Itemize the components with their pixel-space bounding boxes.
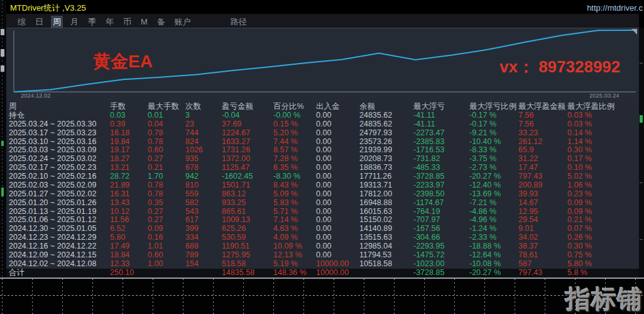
cell-max_float_profit: 9.01	[518, 225, 533, 233]
cell-max_float_loss_pct: -1.24 %	[469, 225, 496, 233]
cell-max_lots: 0.78	[148, 129, 163, 138]
menu-item-9[interactable]: 备	[155, 16, 167, 28]
underlying-chart-right-edge	[639, 28, 644, 278]
cell-pct: 4.63 %	[273, 225, 298, 233]
menu-item-2[interactable]: 日	[33, 16, 45, 28]
table-row: 2025.03.10 ~ 2025.03.1619.840.788241633.…	[6, 138, 639, 147]
cell-balance: 11794.53	[359, 251, 391, 260]
cell-max_float_loss_pct: -10.40 %	[469, 138, 501, 147]
cell-count: 744	[185, 129, 199, 138]
menu-item-4[interactable]: 月	[68, 16, 80, 28]
table-row: 2025.02.17 ~ 2025.02.2313.210.216781125.…	[6, 164, 639, 172]
cell-count: 3	[185, 111, 190, 120]
cell-max_float_profit: 78.61	[518, 251, 538, 260]
cell-balance: 17812.00	[359, 190, 392, 199]
cell-max_float_loss_pct: -7.21 %	[469, 199, 496, 208]
cell-max_float_profit_pct: 0.10 %	[567, 164, 592, 172]
menu-item-10[interactable]: 账户	[173, 16, 193, 28]
cell-max_float_loss_pct: -4.86 %	[469, 208, 496, 216]
cell-balance: 10518.58	[359, 260, 392, 269]
cell-pl: 1731.26	[222, 146, 250, 155]
cell-lots: 18.27	[110, 155, 129, 164]
cell-max_lots: 0.78	[148, 181, 163, 190]
cell-pl: 518.58	[222, 260, 246, 269]
cell-pct: 6.35 %	[273, 164, 298, 172]
cell-max_float_loss_pct: -18.88 %	[469, 242, 501, 251]
table-row: 2025.03.17 ~ 2025.03.2316.180.787441224.…	[6, 129, 639, 138]
menu-item-8[interactable]: M	[139, 16, 150, 27]
cell-period: 持仓	[9, 111, 25, 120]
cell-in_out: 0.00	[316, 216, 331, 225]
cell-balance: 16948.88	[359, 199, 392, 208]
cell-max_lots: 0.16	[148, 233, 163, 242]
cell-pl: 933.25	[222, 199, 246, 208]
cell-in_out: 0.00	[316, 181, 331, 190]
cell-lots: 6.52	[110, 225, 125, 233]
candle-mark-icon	[1, 141, 4, 146]
table-row-position: 持仓0.030.013-0.04-0.00 %0.0024835.62-41.1…	[6, 111, 639, 120]
cell-pct: 7.14 %	[273, 216, 298, 225]
menu-item-5[interactable]: 季	[86, 16, 98, 28]
cell-max_float_loss_pct: -10.08 %	[469, 260, 501, 269]
cell-period: 2025.01.20 ~ 2025.01.26	[9, 199, 96, 208]
table-row: 2025.02.10 ~ 2025.02.1628.721.70942-1602…	[6, 172, 639, 181]
cell-max_float_profit_pct: 1.14 %	[567, 138, 592, 147]
cell-max_float_profit_pct: 0.09 %	[567, 208, 592, 216]
cell-period: 2025.03.17 ~ 2025.03.23	[9, 129, 96, 138]
cell-balance: 13515.63	[359, 233, 392, 242]
cell-count: 824	[185, 138, 199, 147]
cell-max_lots: 1.70	[148, 172, 163, 181]
cell-max_float_loss_pct: -9.21 %	[469, 129, 496, 138]
cell-pct: 5.83 %	[273, 199, 298, 208]
cell-max_float_profit_pct: 0.21 %	[567, 216, 592, 225]
cell-max_lots: 0.09	[148, 225, 163, 233]
cell-max_float_loss: -1475.72	[413, 251, 444, 260]
underlying-chart-left-edge	[0, 0, 6, 314]
vendor-url-link[interactable]: http://mtdriver.c	[587, 3, 643, 13]
cell-max_float_loss: -2233.97	[413, 181, 444, 190]
cell-max_lots: 0.27	[148, 216, 163, 225]
cell-lots: 18.84	[110, 251, 129, 260]
cell-count: 935	[185, 155, 199, 164]
cell-max_lots: 0.60	[148, 251, 163, 260]
cell-period: 2025.02.03 ~ 2025.02.09	[9, 181, 96, 190]
cell-balance: 15150.02	[359, 216, 392, 225]
menu-item-11[interactable]: 路径	[229, 16, 249, 28]
menu-bar: 综日周月季年币M备账户路径	[6, 14, 639, 28]
cell-count: 678	[185, 164, 199, 172]
scale-tick	[640, 63, 643, 64]
table-row-total: 合计250.1014835.58148.36 %10000.00-3728.85…	[6, 269, 639, 278]
cell-max_float_loss: -41.11	[413, 120, 435, 129]
cell-count: 810	[185, 181, 199, 190]
menu-item-7[interactable]: 币	[121, 16, 133, 28]
cell-balance: 19313.71	[359, 181, 392, 190]
cell-max_float_profit: 38.37	[518, 242, 538, 251]
cell-max_float_loss: -1716.53	[413, 146, 444, 155]
cell-pl: 14835.58	[222, 269, 254, 278]
menu-item-1[interactable]: 综	[16, 16, 28, 28]
cell-pct: 148.36 %	[273, 269, 307, 278]
cell-max_float_profit_pct: 0.03 %	[567, 120, 592, 129]
cell-pl: 37.69	[222, 120, 241, 129]
cell-max_float_loss: -2398.50	[413, 190, 444, 199]
column-header: 最大浮盈金额	[518, 103, 565, 111]
menu-item-3[interactable]: 周	[51, 16, 63, 28]
cell-in_out: 10000.00	[316, 260, 349, 269]
cell-in_out: 0.00	[316, 172, 331, 181]
cell-period: 2025.03.10 ~ 2025.03.16	[9, 138, 96, 147]
cell-max_lots: 0.27	[148, 155, 163, 164]
cell-pl: 865.61	[222, 208, 246, 216]
cell-pl: -1602.45	[222, 172, 253, 181]
cell-pct: 7.28 %	[273, 155, 298, 164]
cell-count: 617	[185, 216, 199, 225]
table-header-row: 周手数最大手数次数盈亏金额百分比%出入金余额最大浮亏最大浮亏比例最大浮盈金额最大…	[6, 103, 639, 111]
column-header: 盈亏金额	[222, 103, 253, 111]
cell-balance: 23573.26	[359, 138, 392, 147]
cell-in_out: 0.00	[316, 199, 331, 208]
cell-count: 559	[185, 190, 199, 199]
grid-dash-line	[394, 279, 395, 314]
menu-item-6[interactable]: 年	[104, 16, 116, 28]
cell-in_out: 0.00	[316, 242, 331, 251]
cell-max_float_profit: 34.02	[518, 233, 538, 242]
window-title: MTDriver统计 ,V3.25	[10, 3, 86, 14]
